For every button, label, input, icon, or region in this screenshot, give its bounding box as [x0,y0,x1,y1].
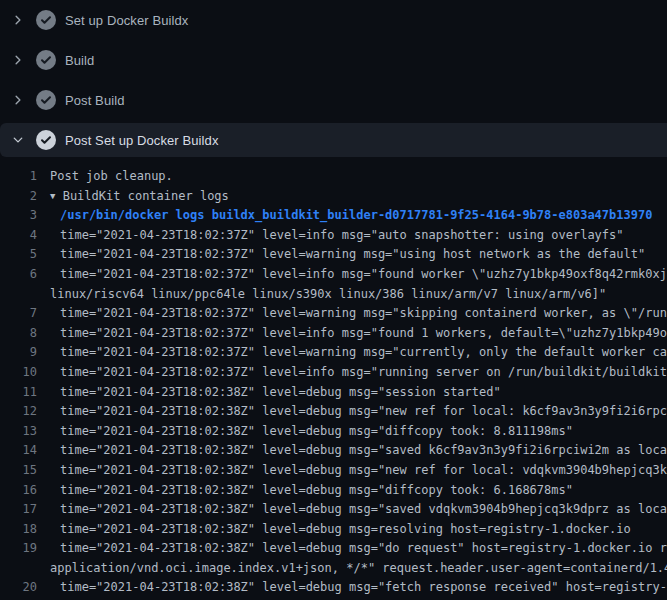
log-line-text: time="2021-04-23T18:02:37Z" level=info m… [37,363,667,383]
chevron-down-icon [12,134,24,146]
log-line-text: time="2021-04-23T18:02:38Z" level=debug … [37,520,631,540]
log-text: time="2021-04-23T18:02:37Z" level=info m… [60,228,624,242]
log-text: time="2021-04-23T18:02:37Z" level=warnin… [60,247,645,261]
log-text: time="2021-04-23T18:02:37Z" level=warnin… [60,345,667,359]
log-line-text: time="2021-04-23T18:02:37Z" level=warnin… [37,304,667,324]
log-line-text: time="2021-04-23T18:02:38Z" level=debug … [37,539,667,559]
log-text: time="2021-04-23T18:02:37Z" level=info m… [60,365,667,379]
log-line: 4time="2021-04-23T18:02:37Z" level=info … [0,226,667,246]
log-line: 12time="2021-04-23T18:02:38Z" level=debu… [0,402,667,422]
chevron-right-icon [12,14,24,26]
step-row-build[interactable]: Build [0,40,667,80]
log-line: linux/riscv64 linux/ppc64le linux/s390x … [0,285,667,305]
line-number[interactable]: 1 [0,167,37,187]
step-row-post-build[interactable]: Post Build [0,80,667,120]
line-number[interactable]: 7 [0,304,37,324]
step-row-post-set-up-docker-buildx[interactable]: Post Set up Docker Buildx [0,120,667,160]
step-row-set-up-docker-buildx[interactable]: Set up Docker Buildx [0,0,667,40]
line-number[interactable]: 13 [0,422,37,442]
log-line: 7time="2021-04-23T18:02:37Z" level=warni… [0,304,667,324]
log-text: time="2021-04-23T18:02:38Z" level=debug … [60,522,631,536]
check-circle-icon [36,10,56,30]
log-text: time="2021-04-23T18:02:37Z" level=info m… [60,326,667,340]
line-number[interactable]: 14 [0,441,37,461]
log-text: Post job cleanup. [50,169,173,183]
log-text: time="2021-04-23T18:02:38Z" level=debug … [60,541,667,555]
log-line-text: time="2021-04-23T18:02:38Z" level=debug … [37,481,573,501]
line-number[interactable]: 12 [0,402,37,422]
log-line: 6time="2021-04-23T18:02:37Z" level=info … [0,265,667,285]
log-line: 11time="2021-04-23T18:02:38Z" level=debu… [0,383,667,403]
line-number[interactable]: 18 [0,520,37,540]
step-label: Post Set up Docker Buildx [65,133,219,148]
check-circle-icon [36,90,56,110]
log-line: 16time="2021-04-23T18:02:38Z" level=debu… [0,481,667,501]
log-line: 17time="2021-04-23T18:02:38Z" level=debu… [0,500,667,520]
log-line-text: time="2021-04-23T18:02:38Z" level=debug … [37,578,667,598]
log-text: /usr/bin/docker logs buildx_buildkit_bui… [60,208,652,222]
log-line-text: application/vnd.oci.image.index.v1+json,… [37,559,667,579]
line-number[interactable]: 6 [0,265,37,285]
log-text: time="2021-04-23T18:02:38Z" level=debug … [60,463,667,477]
log-text: time="2021-04-23T18:02:38Z" level=debug … [60,502,667,516]
log-line-text: time="2021-04-23T18:02:38Z" level=debug … [37,422,573,442]
line-number[interactable]: 17 [0,500,37,520]
log-line: 10time="2021-04-23T18:02:37Z" level=info… [0,363,667,383]
line-number[interactable]: 4 [0,226,37,246]
line-number[interactable]: 15 [0,461,37,481]
chevron-right-icon [12,94,24,106]
line-number[interactable]: 2 [0,187,37,207]
log-line-text: time="2021-04-23T18:02:37Z" level=warnin… [37,245,645,265]
chevron-right-icon [12,54,24,66]
line-number[interactable]: 16 [0,481,37,501]
line-number [0,559,37,579]
line-number[interactable]: 9 [0,343,37,363]
log-line-text: time="2021-04-23T18:02:38Z" level=debug … [37,461,667,481]
log-line: application/vnd.oci.image.index.v1+json,… [0,559,667,579]
log-line: 3/usr/bin/docker logs buildx_buildkit_bu… [0,206,667,226]
step-label: Set up Docker Buildx [65,13,188,28]
log-line-text: time="2021-04-23T18:02:38Z" level=debug … [37,500,667,520]
log-line-text: time="2021-04-23T18:02:38Z" level=debug … [37,402,667,422]
log-line: 5time="2021-04-23T18:02:37Z" level=warni… [0,245,667,265]
log-container[interactable]: 1Post job cleanup.2▼ BuildKit container … [0,160,667,598]
line-number[interactable]: 19 [0,539,37,559]
log-text: time="2021-04-23T18:02:38Z" level=debug … [60,443,667,457]
line-number[interactable]: 8 [0,324,37,344]
group-toggle-icon[interactable]: ▼ [50,187,55,207]
log-line: 8time="2021-04-23T18:02:37Z" level=info … [0,324,667,344]
line-number[interactable]: 10 [0,363,37,383]
line-number[interactable]: 3 [0,206,37,226]
log-line-text: time="2021-04-23T18:02:38Z" level=debug … [37,383,501,403]
log-command-text: /usr/bin/docker logs buildx_buildkit_bui… [37,206,652,226]
check-circle-icon [36,50,56,70]
log-line: 14time="2021-04-23T18:02:38Z" level=debu… [0,441,667,461]
line-number[interactable]: 20 [0,578,37,598]
log-text: time="2021-04-23T18:02:38Z" level=debug … [60,483,573,497]
check-circle-icon [36,130,56,150]
step-label: Build [65,53,94,68]
log-text: time="2021-04-23T18:02:37Z" level=info m… [60,267,667,281]
log-text: time="2021-04-23T18:02:38Z" level=debug … [60,424,573,438]
log-line: 13time="2021-04-23T18:02:38Z" level=debu… [0,422,667,442]
line-number [0,285,37,305]
log-line-text: time="2021-04-23T18:02:37Z" level=info m… [37,324,667,344]
log-text: application/vnd.oci.image.index.v1+json,… [50,561,667,575]
log-line-text: linux/riscv64 linux/ppc64le linux/s390x … [37,285,606,305]
log-line-text: time="2021-04-23T18:02:38Z" level=debug … [37,441,667,461]
log-line: 9time="2021-04-23T18:02:37Z" level=warni… [0,343,667,363]
line-number[interactable]: 5 [0,245,37,265]
log-line: 20time="2021-04-23T18:02:38Z" level=debu… [0,578,667,598]
log-line: 18time="2021-04-23T18:02:38Z" level=debu… [0,520,667,540]
log-text: BuildKit container logs [63,189,229,203]
steps-list: Set up Docker Buildx Build Post Build [0,0,667,160]
log-text: time="2021-04-23T18:02:38Z" level=debug … [60,385,501,399]
step-label: Post Build [65,93,125,108]
line-number[interactable]: 11 [0,383,37,403]
log-text: linux/riscv64 linux/ppc64le linux/s390x … [50,287,606,301]
log-line: 1Post job cleanup. [0,167,667,187]
log-line: 19time="2021-04-23T18:02:38Z" level=debu… [0,539,667,559]
log-line-text: ▼ BuildKit container logs [37,187,229,207]
log-line-text: time="2021-04-23T18:02:37Z" level=info m… [37,265,667,285]
log-text: time="2021-04-23T18:02:38Z" level=debug … [60,404,667,418]
